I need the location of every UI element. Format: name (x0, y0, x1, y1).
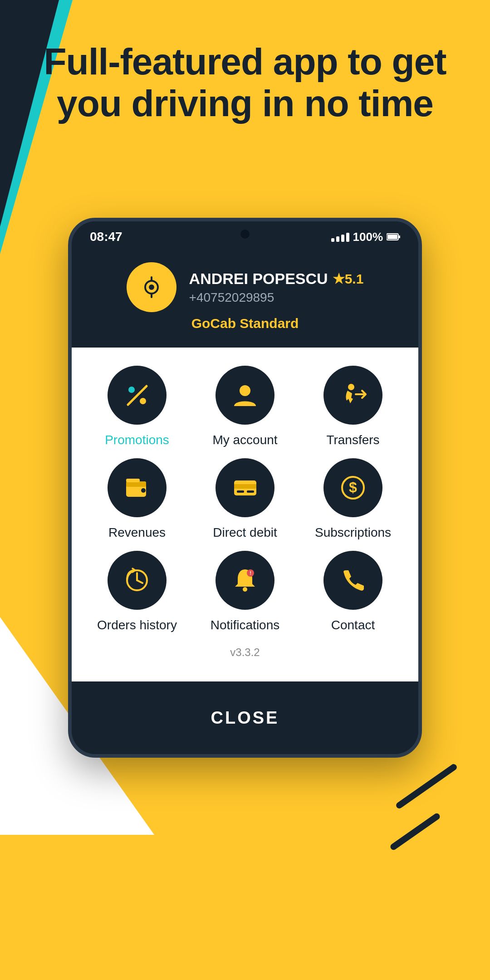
subscriptions-label: Subscriptions (315, 525, 391, 540)
promotions-icon-circle (108, 366, 167, 425)
svg-point-8 (128, 387, 135, 393)
profile-section: ANDREI POPESCU ★5.1 +40752029895 GoCab S… (72, 249, 418, 348)
headline-text: Full-featured app to get you driving in … (27, 41, 463, 124)
close-bar[interactable]: CLOSE (72, 681, 418, 754)
menu-grid: Promotions My account (85, 366, 405, 632)
menu-item-revenues[interactable]: Revenues (85, 458, 189, 540)
header-section: Full-featured app to get you driving in … (0, 41, 490, 124)
card-icon (230, 473, 260, 503)
svg-point-5 (149, 284, 154, 290)
version-text: v3.3.2 (85, 632, 405, 663)
menu-item-notifications[interactable]: ! Notifications (193, 551, 297, 632)
promotions-label: Promotions (105, 433, 169, 447)
status-right: 100% (331, 230, 401, 244)
transfer-icon (338, 381, 368, 410)
svg-point-9 (140, 398, 146, 404)
phone-mockup: 08:47 100% (68, 218, 422, 758)
menu-item-subscriptions[interactable]: $ Subscriptions (301, 458, 405, 540)
menu-item-promotions[interactable]: Promotions (85, 366, 189, 447)
phone-icon (338, 566, 368, 595)
svg-point-16 (141, 488, 146, 493)
status-time: 08:47 (90, 230, 122, 244)
orders-history-label: Orders history (97, 618, 177, 632)
svg-rect-1 (387, 235, 397, 239)
svg-point-12 (348, 384, 354, 390)
dollar-icon: $ (338, 473, 368, 503)
svg-rect-21 (247, 490, 254, 493)
my-account-label: My account (212, 433, 277, 447)
contact-label: Contact (331, 618, 375, 632)
menu-item-contact[interactable]: Contact (301, 551, 405, 632)
transfers-icon-circle (323, 366, 382, 425)
menu-item-my-account[interactable]: My account (193, 366, 297, 447)
direct-debit-icon-circle (216, 458, 274, 517)
close-label[interactable]: CLOSE (211, 708, 279, 728)
profile-info: ANDREI POPESCU ★5.1 +40752029895 (189, 270, 364, 305)
menu-item-direct-debit[interactable]: Direct debit (193, 458, 297, 540)
svg-rect-20 (237, 490, 244, 493)
direct-debit-label: Direct debit (213, 525, 277, 540)
battery-icon (387, 233, 400, 241)
plan-name: GoCab Standard (191, 316, 299, 331)
svg-rect-2 (399, 235, 400, 238)
menu-grid-wrapper: Promotions My account (72, 348, 418, 681)
transfers-label: Transfers (326, 433, 379, 447)
my-account-icon-circle (216, 366, 274, 425)
revenues-icon-circle (108, 458, 167, 517)
subscriptions-icon-circle: $ (323, 458, 382, 517)
profile-phone: +40752029895 (189, 290, 364, 305)
revenues-label: Revenues (108, 525, 166, 540)
svg-rect-17 (126, 479, 140, 482)
svg-text:!: ! (250, 570, 251, 576)
history-icon (122, 566, 152, 595)
svg-text:$: $ (349, 479, 357, 495)
svg-point-11 (240, 385, 250, 396)
profile-name: ANDREI POPESCU ★5.1 (189, 270, 364, 288)
notifications-label: Notifications (211, 618, 280, 632)
status-bar: 08:47 100% (72, 221, 418, 249)
profile-row: ANDREI POPESCU ★5.1 +40752029895 (127, 262, 364, 312)
avatar (127, 262, 176, 312)
contact-icon-circle (323, 551, 382, 610)
svg-rect-19 (234, 484, 256, 489)
star-rating: ★5.1 (333, 271, 364, 287)
menu-item-transfers[interactable]: Transfers (301, 366, 405, 447)
percent-icon (122, 381, 152, 410)
bell-icon: ! (230, 566, 260, 595)
wallet-icon (122, 473, 152, 503)
menu-item-orders-history[interactable]: Orders history (85, 551, 189, 632)
svg-point-25 (243, 587, 247, 592)
avatar-icon (138, 274, 165, 301)
notifications-icon-circle: ! (216, 551, 274, 610)
phone-frame: 08:47 100% (68, 218, 422, 758)
person-icon (230, 381, 260, 410)
battery-status: 100% (353, 230, 383, 244)
camera-notch (240, 230, 250, 239)
signal-icon (331, 232, 349, 242)
orders-history-icon-circle (108, 551, 167, 610)
